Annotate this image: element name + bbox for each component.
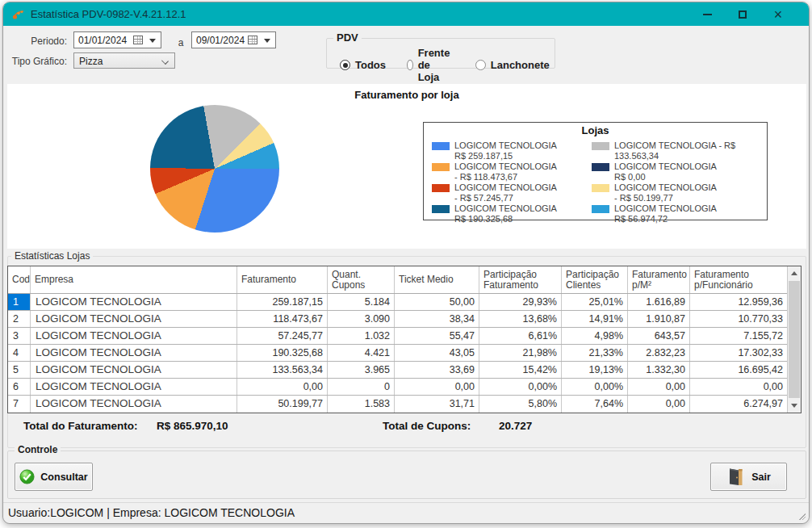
column-header-ticket-medio[interactable]: Ticket Medio xyxy=(395,266,479,293)
table-cell[interactable]: 0,00% xyxy=(479,379,562,395)
table-cell[interactable]: 29,93% xyxy=(479,294,562,310)
table-cell[interactable]: 50,00 xyxy=(395,294,479,310)
table-cell[interactable]: 7 xyxy=(8,396,31,413)
table-cell[interactable]: 1 xyxy=(8,294,31,310)
table-row[interactable]: 3LOGICOM TECNOLOGIA57.245,771.03255,476,… xyxy=(8,328,801,345)
table-cell[interactable]: 5,80% xyxy=(479,396,562,413)
date-from-picker[interactable]: 01/01/2024 xyxy=(73,31,161,48)
table-cell[interactable]: 2 xyxy=(8,311,31,327)
table-cell[interactable]: 10.770,33 xyxy=(690,311,787,327)
table-cell[interactable]: 3.965 xyxy=(328,362,395,378)
table-cell[interactable]: 25,01% xyxy=(562,294,628,310)
table-cell[interactable]: LOGICOM TECNOLOGIA xyxy=(31,362,237,378)
table-cell[interactable]: 38,34 xyxy=(395,311,479,327)
minimize-button[interactable] xyxy=(691,2,723,26)
table-row[interactable]: 6LOGICOM TECNOLOGIA0,0000,000,00%0,00%0,… xyxy=(8,379,801,396)
date-to-picker[interactable]: 09/01/2024 xyxy=(191,31,276,48)
table-row[interactable]: 5LOGICOM TECNOLOGIA133.563,343.96533,691… xyxy=(8,362,801,379)
table-cell[interactable]: 0,00 xyxy=(690,379,787,395)
pdv-radio-frente-de-loja[interactable]: Frente de Loja xyxy=(407,47,454,83)
table-cell[interactable]: 17.302,33 xyxy=(690,345,787,361)
scrollbar-thumb[interactable] xyxy=(789,281,800,398)
column-header-faturamento[interactable]: Faturamento p/Funcionário xyxy=(690,266,787,293)
table-cell[interactable]: 7.155,72 xyxy=(690,328,787,344)
pdv-radio-todos[interactable]: Todos xyxy=(340,59,386,71)
table-cell[interactable]: 57.245,77 xyxy=(237,328,328,344)
table-cell[interactable]: 31,71 xyxy=(395,396,479,413)
table-cell[interactable]: 4,98% xyxy=(562,328,628,344)
resize-grip-icon[interactable] xyxy=(799,513,806,520)
table-cell[interactable]: 43,05 xyxy=(395,345,479,361)
table-cell[interactable]: LOGICOM TECNOLOGIA xyxy=(31,311,237,327)
table-cell[interactable]: 5.184 xyxy=(328,294,395,310)
table-cell[interactable]: 1.332,30 xyxy=(628,362,690,378)
table-cell[interactable]: 0,00% xyxy=(562,379,628,395)
table-cell[interactable]: 133.563,34 xyxy=(237,362,328,378)
stats-table[interactable]: CodEmpresaFaturamentoQuant. CuponsTicket… xyxy=(7,266,802,413)
scroll-up-button[interactable] xyxy=(788,266,801,280)
table-cell[interactable]: LOGICOM TECNOLOGIA xyxy=(31,379,237,395)
maximize-button[interactable] xyxy=(726,2,759,26)
table-cell[interactable]: 0,00 xyxy=(628,396,690,413)
vertical-scrollbar[interactable] xyxy=(787,266,801,413)
scroll-down-button[interactable] xyxy=(788,399,801,413)
table-cell[interactable]: 6.274,97 xyxy=(690,396,787,413)
table-cell[interactable]: LOGICOM TECNOLOGIA xyxy=(31,396,237,413)
table-cell[interactable]: 0,00 xyxy=(395,379,479,395)
table-cell[interactable]: 5 xyxy=(8,362,31,378)
table-cell[interactable]: 190.325,68 xyxy=(237,345,328,361)
table-cell[interactable]: 7,64% xyxy=(562,396,628,413)
table-cell[interactable]: LOGICOM TECNOLOGIA xyxy=(31,328,237,344)
titlebar[interactable]: Estatística PDV-0982-V.4.21.12.1 × xyxy=(3,2,809,26)
table-row[interactable]: 7LOGICOM TECNOLOGIA50.199,771.58331,715,… xyxy=(8,396,801,413)
tipo-grafico-select[interactable]: Pizza xyxy=(73,52,175,69)
table-cell[interactable]: 15,42% xyxy=(479,362,562,378)
table-cell[interactable]: 4.421 xyxy=(328,345,395,361)
table-cell[interactable]: 259.187,15 xyxy=(237,294,328,310)
table-cell[interactable]: 19,13% xyxy=(562,362,628,378)
table-row[interactable]: 2LOGICOM TECNOLOGIA118.473,673.09038,341… xyxy=(8,311,801,328)
column-header-participa-o[interactable]: Participação Clientes xyxy=(562,266,628,293)
table-cell[interactable]: 0 xyxy=(328,379,395,395)
table-cell[interactable]: 3 xyxy=(8,328,31,344)
table-cell[interactable]: 4 xyxy=(8,345,31,361)
pdv-radio-lanchonete[interactable]: Lanchonete xyxy=(475,59,550,71)
date-dropdown-icon[interactable] xyxy=(149,39,156,43)
table-cell[interactable]: 55,47 xyxy=(395,328,479,344)
table-cell[interactable]: 6 xyxy=(8,379,31,395)
table-row[interactable]: 4LOGICOM TECNOLOGIA190.325,684.42143,052… xyxy=(8,345,801,362)
legend-column-2: LOGICOM TECNOLOGIA - R$ 133.563,34LOGICO… xyxy=(592,140,764,224)
table-cell[interactable]: 2.832,23 xyxy=(628,345,690,361)
table-cell[interactable]: LOGICOM TECNOLOGIA xyxy=(31,345,237,361)
table-cell[interactable]: 33,69 xyxy=(395,362,479,378)
column-header-cod[interactable]: Cod xyxy=(8,266,31,293)
column-header-empresa[interactable]: Empresa xyxy=(31,266,237,293)
table-cell[interactable]: 118.473,67 xyxy=(237,311,328,327)
table-cell[interactable]: 1.032 xyxy=(328,328,395,344)
table-cell[interactable]: 3.090 xyxy=(328,311,395,327)
table-cell[interactable]: 643,57 xyxy=(628,328,690,344)
table-cell[interactable]: 6,61% xyxy=(479,328,562,344)
table-cell[interactable]: 13,68% xyxy=(479,311,562,327)
column-header-faturamento[interactable]: Faturamento xyxy=(237,266,328,293)
sair-button[interactable]: Sair xyxy=(710,463,787,491)
table-cell[interactable]: 14,91% xyxy=(562,311,628,327)
table-cell[interactable]: 0,00 xyxy=(628,379,690,395)
close-button[interactable]: × xyxy=(762,2,794,26)
table-cell[interactable]: 1.583 xyxy=(328,396,395,413)
consultar-button[interactable]: Consultar xyxy=(15,463,93,491)
table-row[interactable]: 1LOGICOM TECNOLOGIA259.187,155.18450,002… xyxy=(8,294,801,311)
table-cell[interactable]: 21,98% xyxy=(479,345,562,361)
column-header-participa-o[interactable]: Participação Faturamento xyxy=(479,266,562,293)
table-cell[interactable]: 50.199,77 xyxy=(237,396,328,413)
table-cell[interactable]: 0,00 xyxy=(237,379,328,395)
column-header-quant[interactable]: Quant. Cupons xyxy=(328,266,395,293)
table-cell[interactable]: LOGICOM TECNOLOGIA xyxy=(31,294,237,310)
table-cell[interactable]: 16.695,42 xyxy=(690,362,787,378)
table-cell[interactable]: 12.959,36 xyxy=(690,294,787,310)
column-header-faturamento[interactable]: Faturamento p/M² xyxy=(628,266,690,293)
date-dropdown-icon[interactable] xyxy=(264,39,270,43)
table-cell[interactable]: 21,33% xyxy=(562,345,628,361)
table-cell[interactable]: 1.616,89 xyxy=(628,294,690,310)
table-cell[interactable]: 1.910,87 xyxy=(628,311,690,327)
